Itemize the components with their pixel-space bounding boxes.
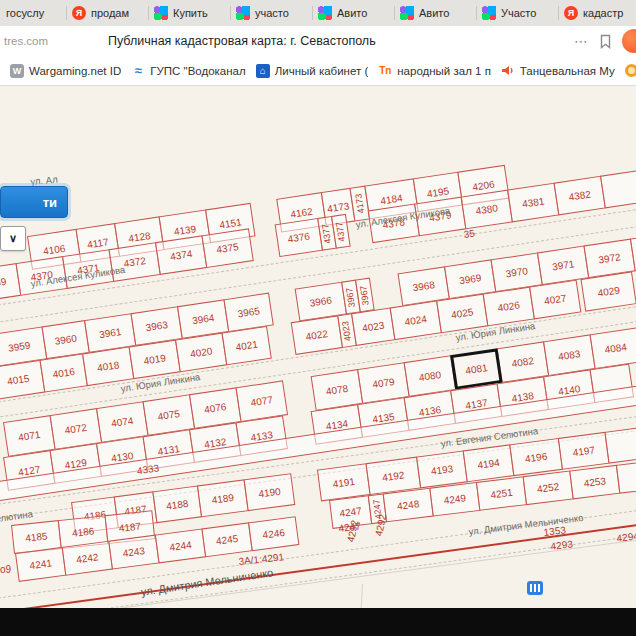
browser-tab[interactable]: Купить — [148, 0, 230, 26]
parcel-4015[interactable]: 4015 — [0, 360, 45, 400]
parcel-4249[interactable]: 4249 — [429, 482, 480, 517]
parcel-4376[interactable]: 4376 — [275, 218, 323, 257]
parcel-number: 4377 — [334, 221, 347, 242]
parcel-4193[interactable]: 4193 — [416, 450, 468, 488]
parcel-label: о9 — [0, 564, 11, 575]
parcel-number: 3959 — [7, 340, 31, 354]
parcel-4252[interactable]: 4252 — [523, 471, 574, 506]
parcel-number: 3964 — [191, 312, 215, 326]
parcel-4374[interactable]: 4374 — [155, 235, 207, 275]
browser-tab[interactable]: Авито — [394, 0, 476, 26]
parcel-4189[interactable]: 4189 — [197, 479, 249, 517]
parcel-number: 4248 — [396, 498, 419, 512]
tab-title: продам — [91, 7, 142, 19]
profile-avatar[interactable] — [622, 29, 636, 53]
bookmark-icon[interactable] — [599, 34, 612, 49]
browser-tab[interactable]: Авито — [312, 0, 394, 26]
parcel-4243[interactable]: 4243 — [108, 535, 159, 570]
browser-tab[interactable]: участо — [230, 0, 312, 26]
parcel-number: 4369 — [0, 276, 7, 290]
parcel-number: 3960 — [54, 333, 78, 347]
parcel-number: 4245 — [215, 533, 238, 547]
tab-bar: госуслупродамКупитьучастоАвитоАвитоУчаст… — [0, 0, 636, 26]
tab-title: Участо — [501, 7, 552, 19]
waves-icon — [131, 64, 145, 78]
parcel[interactable] — [616, 460, 636, 494]
parcel-4251[interactable]: 4251 — [476, 476, 527, 511]
bookmarks-bar: Wargaming.net IDГУПС "ВодоканалЛичный ка… — [0, 56, 636, 86]
bookmark-item[interactable]: ГУПС "Водоканал — [131, 64, 245, 78]
parcel-4197[interactable]: 4197 — [558, 432, 610, 470]
browser-tab[interactable]: госуслу — [0, 0, 66, 26]
parcel-4188[interactable]: 4188 — [152, 485, 202, 523]
parcel-4196[interactable]: 4196 — [509, 438, 563, 476]
parcel-4020[interactable]: 4020 — [175, 333, 227, 373]
parcel-number: 3968 — [412, 279, 436, 293]
address-bar[interactable]: tres.com Публичная кадастровая карта: г.… — [0, 26, 636, 57]
parcel-4027[interactable]: 4027 — [529, 280, 581, 320]
speaker-icon — [501, 64, 515, 78]
bookmark-item[interactable]: Альбом — [625, 64, 636, 77]
parcel-4241[interactable]: 4241 — [15, 547, 66, 582]
url-text[interactable]: tres.com — [4, 35, 108, 47]
parcel-4190[interactable]: 4190 — [244, 473, 296, 511]
parcel-4194[interactable]: 4194 — [463, 444, 515, 482]
bookmark-item[interactable]: народный зал 1 п — [378, 64, 491, 78]
parcel[interactable] — [604, 427, 636, 464]
parcel-number: 4139 — [173, 223, 197, 237]
parcel-4244[interactable]: 4244 — [155, 528, 206, 563]
parcel-4019[interactable]: 4019 — [128, 340, 180, 380]
parcel-number: 4195 — [426, 185, 450, 199]
parcel-number: 4252 — [536, 481, 559, 495]
parcel-number: 4029 — [597, 284, 621, 298]
parcel-4022[interactable]: 4022 — [291, 315, 343, 355]
parcel-4245[interactable]: 4245 — [201, 522, 252, 557]
parcel-number: 4173 — [326, 200, 350, 214]
bookmark-item[interactable]: Wargaming.net ID — [10, 64, 121, 78]
parcel-4380[interactable]: 4380 — [461, 190, 513, 230]
parcel-4382[interactable]: 4382 — [554, 176, 606, 216]
parcel-4016[interactable]: 4016 — [39, 353, 87, 392]
browser-tab[interactable]: кадастр — [558, 0, 636, 26]
map-canvas[interactable]: ти ∨ НеагенТ система недвижимости 410641… — [0, 86, 636, 636]
parcel-4253[interactable]: 4253 — [569, 465, 620, 500]
parcel-number: 4072 — [64, 422, 88, 436]
parcel-4242[interactable]: 4242 — [62, 541, 113, 576]
page-title: Публичная кадастровая карта: г. Севастоп… — [108, 34, 574, 48]
parcel-number: 4196 — [524, 450, 547, 464]
parcel-4248[interactable]: 4248 — [383, 488, 434, 523]
bookmark-item[interactable]: Танцевальная Му — [501, 64, 615, 78]
parcel-number: 4381 — [521, 195, 545, 209]
bookmark-item[interactable]: Личный кабинет ( — [256, 64, 369, 78]
more-menu-icon[interactable]: ⋯ — [574, 33, 589, 49]
parcel-number: 4027 — [543, 292, 567, 306]
browser-tab[interactable]: продам — [66, 0, 148, 26]
parcel-4381[interactable]: 4381 — [507, 183, 559, 223]
parcel[interactable] — [600, 170, 636, 209]
parcel-number: 4026 — [497, 299, 521, 313]
parcel-number: 4074 — [110, 415, 134, 429]
parcel-4018[interactable]: 4018 — [82, 346, 134, 386]
parcel-4024[interactable]: 4024 — [390, 300, 442, 340]
parcel-number: 4374 — [169, 248, 193, 262]
dropdown-chevron[interactable]: ∨ — [0, 226, 26, 251]
parcel-number: 3961 — [98, 326, 122, 340]
parcel-4021[interactable]: 4021 — [221, 326, 271, 365]
parcel-4029[interactable]: 4029 — [580, 271, 636, 311]
parcel-number: 4184 — [380, 192, 404, 206]
parcel-number: 4197 — [572, 444, 595, 458]
parcel-4246[interactable]: 4246 — [248, 516, 299, 551]
parcel-number: 4375 — [216, 241, 240, 255]
parcel-number: 4380 — [475, 202, 499, 216]
tab-title: участо — [255, 7, 306, 19]
album-icon — [625, 64, 636, 77]
browser-tab[interactable]: Участо — [476, 0, 558, 26]
parcel-number: 3966 — [309, 294, 333, 308]
parcel-number: 4076 — [203, 401, 227, 415]
parcel-number: 4246 — [262, 527, 285, 541]
search-button[interactable]: ти — [0, 186, 68, 218]
parcel-number: 4333 — [136, 462, 160, 476]
parcel-4023[interactable]: 4023 — [351, 307, 395, 346]
parcel-4375[interactable]: 4375 — [201, 228, 253, 268]
parcel-number: 3967 — [358, 284, 371, 305]
